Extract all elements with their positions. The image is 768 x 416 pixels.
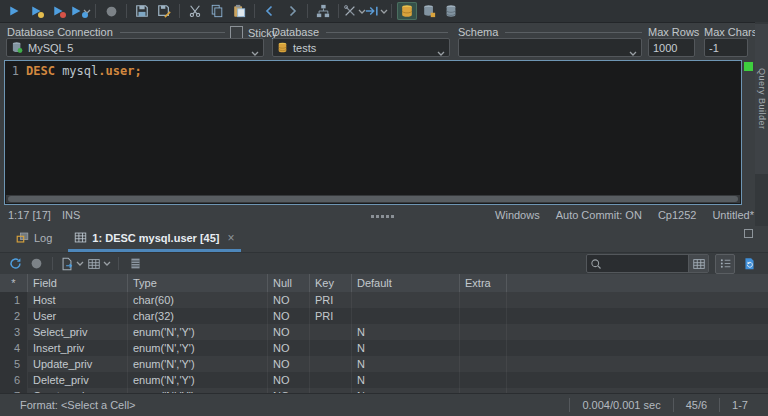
cell[interactable]: User	[28, 308, 128, 324]
table-row[interactable]: 5Update_privenum('N','Y')NON	[0, 356, 768, 372]
run-current-button[interactable]	[48, 2, 68, 20]
column-header[interactable]: Null	[268, 274, 310, 292]
cell[interactable]: NO	[268, 324, 310, 340]
schema-select[interactable]	[458, 38, 642, 57]
max-chars-input[interactable]	[704, 38, 748, 57]
column-header[interactable]: *	[0, 274, 28, 292]
cell[interactable]	[460, 340, 507, 356]
stop-button[interactable]	[101, 2, 121, 20]
column-header[interactable]: Key	[310, 274, 352, 292]
cell[interactable]	[310, 372, 352, 388]
grid-filter-toggle[interactable]	[688, 255, 708, 272]
table-row[interactable]: 3Select_privenum('N','Y')NON	[0, 324, 768, 340]
cell[interactable]: NO	[268, 308, 310, 324]
cell[interactable]: 2	[0, 308, 28, 324]
cell[interactable]	[460, 324, 507, 340]
cell[interactable]	[507, 292, 768, 308]
cell[interactable]: char(32)	[128, 308, 268, 324]
refresh-data-button[interactable]	[740, 255, 758, 273]
editor-hscrollbar[interactable]	[6, 195, 740, 203]
cell[interactable]	[310, 340, 352, 356]
search-input[interactable]	[602, 257, 688, 271]
save-button[interactable]	[132, 2, 152, 20]
cell[interactable]: NO	[268, 292, 310, 308]
cell[interactable]: N	[352, 356, 460, 372]
forward-button[interactable]	[282, 2, 302, 20]
form-view-button[interactable]	[715, 254, 735, 274]
run-explain-button[interactable]	[70, 2, 90, 20]
cell[interactable]	[507, 308, 768, 324]
cell[interactable]: 3	[0, 324, 28, 340]
column-header[interactable]: Type	[128, 274, 268, 292]
cell[interactable]: 4	[0, 340, 28, 356]
cell[interactable]	[310, 324, 352, 340]
column-header[interactable]	[507, 274, 768, 292]
tab-log[interactable]: Log	[10, 226, 58, 252]
cell[interactable]	[460, 292, 507, 308]
table-row[interactable]: 2Userchar(32)NOPRI	[0, 308, 768, 324]
cell[interactable]: 6	[0, 372, 28, 388]
cell[interactable]	[460, 356, 507, 372]
cell[interactable]: NO	[268, 356, 310, 372]
cell[interactable]: enum('N','Y')	[128, 372, 268, 388]
cell[interactable]: Update_priv	[28, 356, 128, 372]
cell[interactable]: Select_priv	[28, 324, 128, 340]
result-set-button[interactable]	[126, 255, 144, 273]
cell[interactable]: N	[352, 324, 460, 340]
run-selected-button[interactable]	[26, 2, 46, 20]
paste-button[interactable]	[229, 2, 249, 20]
cell[interactable]: 1	[0, 292, 28, 308]
cell[interactable]	[507, 324, 768, 340]
cell[interactable]: PRI	[310, 292, 352, 308]
cell[interactable]: NO	[268, 372, 310, 388]
max-rows-input[interactable]	[648, 38, 695, 57]
cell[interactable]: N	[352, 340, 460, 356]
cell[interactable]: enum('N','Y')	[128, 356, 268, 372]
cell[interactable]: Insert_priv	[28, 340, 128, 356]
cell[interactable]: N	[352, 372, 460, 388]
table-row[interactable]: 1Hostchar(60)NOPRI	[0, 292, 768, 308]
cell[interactable]	[460, 308, 507, 324]
sql-editor[interactable]: 1 DESC mysql.user;	[4, 60, 742, 205]
cell[interactable]: enum('N','Y')	[128, 340, 268, 356]
tab-result-1[interactable]: 1: DESC mysql.user [45]×	[68, 226, 240, 252]
stop-loading-button[interactable]	[27, 255, 45, 273]
cell[interactable]	[310, 356, 352, 372]
database-select[interactable]: tests	[272, 38, 450, 57]
cell[interactable]: PRI	[310, 308, 352, 324]
copy-button[interactable]	[207, 2, 227, 20]
chevron-down-icon[interactable]	[380, 9, 388, 14]
side-panel-tab[interactable]: Query Builder	[755, 24, 768, 174]
transaction-button[interactable]	[366, 2, 386, 20]
scrollbar-thumb[interactable]	[8, 196, 738, 202]
cell[interactable]: Delete_priv	[28, 372, 128, 388]
database-explorer-button[interactable]	[419, 2, 439, 20]
cell[interactable]: char(60)	[128, 292, 268, 308]
cell[interactable]: NO	[268, 340, 310, 356]
connections-button[interactable]	[313, 2, 333, 20]
chevron-down-icon[interactable]	[103, 261, 111, 266]
cut-button[interactable]	[185, 2, 205, 20]
column-header[interactable]: Extra	[460, 274, 507, 292]
chevron-down-icon[interactable]	[76, 261, 84, 266]
column-header[interactable]: Field	[28, 274, 128, 292]
grid-view-button[interactable]	[87, 255, 111, 273]
tools-button[interactable]	[344, 2, 364, 20]
splitter-handle[interactable]	[371, 215, 394, 218]
reload-result-button[interactable]	[6, 255, 24, 273]
run-button[interactable]	[4, 2, 24, 20]
cell[interactable]: 5	[0, 356, 28, 372]
cell[interactable]	[460, 372, 507, 388]
table-row[interactable]: 6Delete_privenum('N','Y')NON	[0, 372, 768, 388]
cell[interactable]	[352, 308, 460, 324]
column-header[interactable]: Default	[352, 274, 460, 292]
schema-browser-button[interactable]	[397, 2, 417, 20]
save-as-button[interactable]	[154, 2, 174, 20]
close-icon[interactable]: ×	[228, 231, 235, 245]
cell[interactable]	[507, 340, 768, 356]
cell[interactable]	[507, 372, 768, 388]
cell[interactable]	[352, 292, 460, 308]
table-row[interactable]: 4Insert_privenum('N','Y')NON	[0, 340, 768, 356]
connection-select[interactable]: MySQL 5	[6, 38, 264, 57]
data-manager-button[interactable]	[441, 2, 461, 20]
